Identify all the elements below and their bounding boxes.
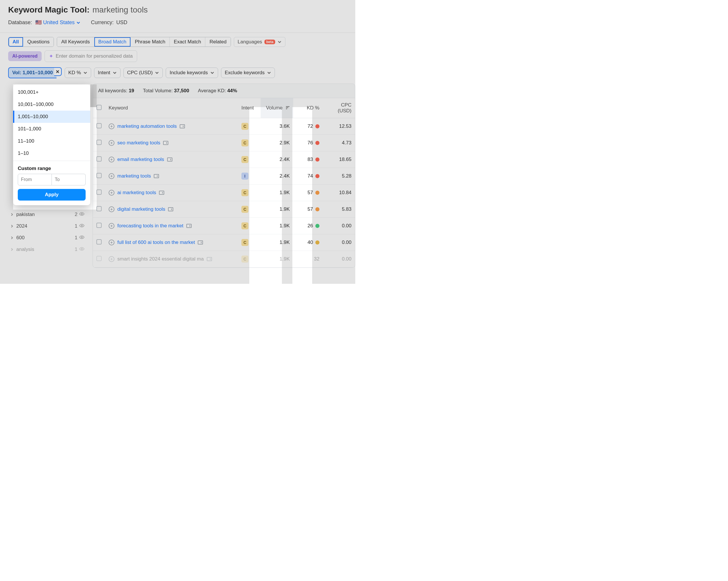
serp-icon[interactable] [168, 207, 173, 211]
keyword-link[interactable]: smart insights 2024 essential digital ma [118, 256, 204, 262]
volume-option[interactable]: 1,001–10,000 [13, 111, 90, 123]
intent-filter[interactable]: Intent [94, 68, 121, 78]
serp-icon[interactable] [154, 174, 159, 178]
cpc-filter[interactable]: CPC (USD) [124, 68, 163, 78]
add-keyword-icon[interactable]: + [109, 173, 114, 179]
cpc-value: 0.00 [323, 234, 355, 251]
sidebar-item[interactable]: 2024 1 [8, 220, 87, 232]
volume-option[interactable]: 101–1,000 [13, 123, 90, 135]
serp-icon[interactable] [167, 157, 173, 162]
eye-icon[interactable] [79, 246, 84, 253]
match-segment: All Keywords Broad Match Phrase Match Ex… [57, 37, 231, 47]
keyword-link[interactable]: digital marketing tools [118, 206, 165, 212]
tab-all[interactable]: All [8, 37, 23, 47]
tab-related[interactable]: Related [205, 37, 231, 47]
row-checkbox[interactable] [96, 239, 102, 244]
keyword-link[interactable]: forecasting tools in the market [118, 223, 183, 229]
row-checkbox[interactable] [96, 173, 102, 178]
select-all-checkbox[interactable] [96, 105, 102, 110]
col-volume[interactable]: Volume [261, 98, 293, 118]
page-header: Keyword Magic Tool: marketing tools Data… [0, 0, 355, 28]
add-keyword-icon[interactable]: + [109, 223, 114, 229]
tab-all-keywords[interactable]: All Keywords [57, 37, 94, 47]
tab-broad-match[interactable]: Broad Match [94, 37, 131, 47]
serp-icon[interactable] [207, 257, 212, 261]
kd-value: 32 [314, 256, 319, 262]
row-checkbox[interactable] [96, 223, 102, 228]
row-checkbox[interactable] [96, 156, 102, 162]
svg-point-1 [81, 225, 82, 226]
keyword-link[interactable]: marketing automation tools [118, 124, 177, 129]
languages-dropdown[interactable]: Languages beta [234, 37, 285, 47]
keyword-link[interactable]: seo marketing tools [118, 140, 160, 146]
custom-range-from[interactable] [18, 174, 52, 185]
include-keywords-filter[interactable]: Include keywords [166, 68, 218, 78]
col-intent[interactable]: Intent [238, 98, 261, 118]
custom-range-to[interactable] [52, 174, 86, 185]
intent-badge: I [241, 173, 249, 180]
volume-option[interactable]: 100,001+ [13, 86, 90, 98]
beta-badge: beta [264, 39, 275, 44]
ai-powered-chip: AI-powered [8, 51, 42, 61]
chevron-down-icon [210, 71, 214, 75]
apply-button[interactable]: Apply [18, 189, 86, 201]
add-keyword-icon[interactable]: + [109, 140, 114, 146]
row-checkbox[interactable] [96, 189, 102, 195]
cpc-value: 4.73 [323, 135, 355, 151]
add-keyword-icon[interactable]: + [109, 256, 114, 262]
add-keyword-icon[interactable]: + [109, 157, 114, 162]
row-checkbox[interactable] [96, 140, 102, 145]
add-keyword-icon[interactable]: + [109, 190, 114, 195]
eye-icon[interactable] [79, 235, 84, 241]
sidebar-item[interactable]: pakistan 2 [8, 209, 87, 220]
table-row: + digital marketing tools C 1.9K 57 5.83 [93, 201, 355, 218]
cpc-value: 18.65 [323, 151, 355, 168]
volume-filter[interactable]: Vol: 1,001–10,000 [8, 67, 56, 78]
keyword-link[interactable]: marketing tools [118, 173, 151, 179]
keyword-link[interactable]: full list of 600 ai tools on the market [118, 240, 195, 245]
col-keyword[interactable]: Keyword [105, 98, 238, 118]
kd-value: 57 [308, 190, 313, 195]
serp-icon[interactable] [186, 224, 191, 228]
volume-value: 1.9K [261, 218, 293, 234]
serp-icon[interactable] [159, 191, 164, 195]
eye-icon[interactable] [79, 223, 84, 229]
sidebar-item[interactable]: 600 1 [8, 232, 87, 244]
database-label: Database: [8, 20, 32, 25]
eye-icon[interactable] [79, 212, 84, 217]
row-checkbox[interactable] [96, 123, 102, 128]
chevron-down-icon [83, 71, 87, 75]
cpc-value: 12.53 [323, 118, 355, 135]
add-keyword-icon[interactable]: + [109, 240, 114, 245]
keyword-link[interactable]: ai marketing tools [118, 190, 156, 195]
sparkle-icon: ✦ [49, 53, 53, 59]
row-checkbox[interactable] [96, 206, 102, 211]
add-keyword-icon[interactable]: + [109, 206, 114, 212]
kd-difficulty-dot [315, 207, 319, 211]
divider [13, 161, 90, 161]
kd-difficulty-dot [315, 191, 319, 195]
serp-icon[interactable] [180, 124, 185, 128]
volume-option[interactable]: 1–10 [13, 147, 90, 159]
volume-value: 2.4K [261, 151, 293, 168]
domain-input[interactable]: ✦ Enter domain for personalized data [45, 50, 137, 62]
exclude-keywords-filter[interactable]: Exclude keywords [221, 68, 275, 78]
col-kd[interactable]: KD % [293, 98, 323, 118]
tab-exact-match[interactable]: Exact Match [170, 37, 206, 47]
add-keyword-icon[interactable]: + [109, 124, 114, 129]
serp-icon[interactable] [163, 141, 168, 145]
tab-phrase-match[interactable]: Phrase Match [131, 37, 170, 47]
volume-value: 1.9K [261, 251, 293, 267]
volume-option[interactable]: 10,001–100,000 [13, 98, 90, 111]
sidebar-item[interactable]: analysis 1 [8, 244, 87, 255]
row-checkbox[interactable] [96, 256, 102, 261]
volume-option[interactable]: 11–100 [13, 135, 90, 147]
serp-icon[interactable] [198, 240, 203, 244]
tab-questions[interactable]: Questions [23, 37, 54, 47]
kd-filter[interactable]: KD % [64, 68, 91, 78]
custom-range-label: Custom range [13, 162, 90, 174]
keyword-link[interactable]: email marketing tools [118, 157, 164, 162]
clear-volume-filter[interactable]: ✕ [54, 67, 62, 76]
database-selector[interactable]: Database: 🇺🇸 United States [8, 19, 80, 26]
col-cpc[interactable]: CPC (USD) [323, 98, 355, 118]
